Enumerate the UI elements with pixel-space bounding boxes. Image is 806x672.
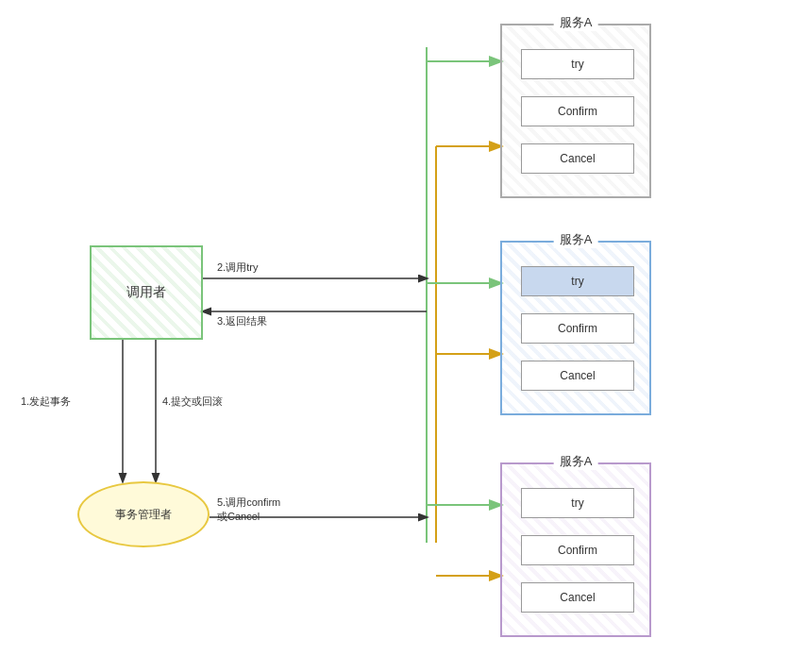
service-box-purple: 服务A try Confirm Cancel	[500, 462, 651, 637]
service-box-gray: 服务A try Confirm Cancel	[500, 24, 651, 198]
tx-manager-label: 事务管理者	[115, 507, 172, 523]
service-box-blue: 服务A try Confirm Cancel	[500, 241, 651, 415]
confirm-btn-blue[interactable]: Confirm	[521, 313, 634, 344]
cancel-btn-gray[interactable]: Cancel	[521, 143, 634, 174]
step2-label: 2.调用try	[217, 260, 258, 275]
tx-manager-ellipse: 事务管理者	[77, 481, 210, 547]
try-btn-gray[interactable]: try	[521, 49, 634, 79]
confirm-btn-gray[interactable]: Confirm	[521, 96, 634, 126]
try-btn-blue[interactable]: try	[521, 266, 634, 296]
step1-label: 1.发起事务	[21, 395, 71, 409]
service-blue-title: 服务A	[554, 231, 598, 248]
service-gray-title: 服务A	[554, 14, 598, 31]
caller-label: 调用者	[126, 284, 166, 301]
caller-box: 调用者	[90, 245, 203, 340]
step5-label: 5.调用confirm 或Cancel	[217, 496, 280, 524]
diagram-canvas: 服务A try Confirm Cancel 服务A try Confirm C…	[0, 0, 806, 672]
try-btn-purple[interactable]: try	[521, 488, 634, 518]
step3-label: 3.返回结果	[217, 314, 267, 328]
service-purple-title: 服务A	[554, 453, 598, 470]
cancel-btn-purple[interactable]: Cancel	[521, 582, 634, 613]
confirm-btn-purple[interactable]: Confirm	[521, 535, 634, 565]
step4-label: 4.提交或回滚	[162, 395, 223, 409]
cancel-btn-blue[interactable]: Cancel	[521, 361, 634, 391]
